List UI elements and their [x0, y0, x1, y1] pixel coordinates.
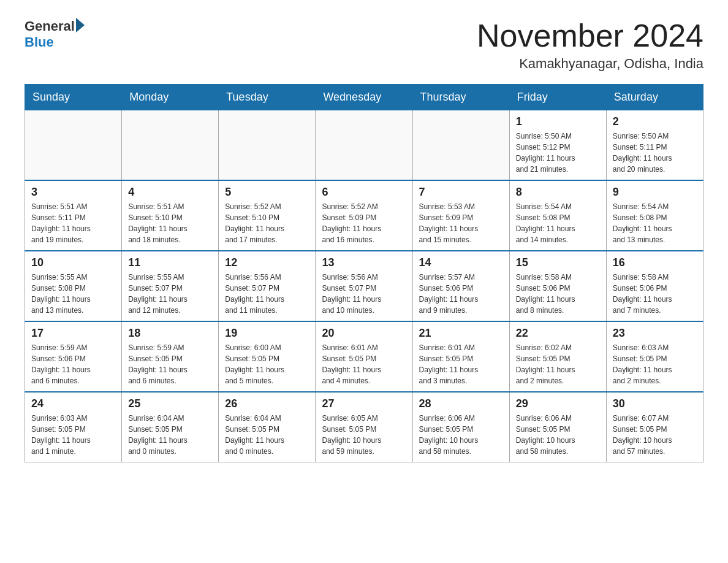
calendar-day-cell	[412, 110, 509, 181]
day-info: Sunrise: 5:57 AMSunset: 5:06 PMDaylight:…	[419, 272, 503, 316]
calendar-week-row: 17Sunrise: 5:59 AMSunset: 5:06 PMDayligh…	[25, 321, 703, 392]
day-info: Sunrise: 6:03 AMSunset: 5:05 PMDaylight:…	[613, 342, 697, 386]
day-header-wednesday: Wednesday	[316, 85, 412, 110]
day-info: Sunrise: 6:03 AMSunset: 5:05 PMDaylight:…	[31, 413, 115, 457]
day-number: 30	[613, 397, 697, 410]
day-info: Sunrise: 6:04 AMSunset: 5:05 PMDaylight:…	[225, 413, 309, 457]
calendar-day-cell: 22Sunrise: 6:02 AMSunset: 5:05 PMDayligh…	[509, 321, 606, 392]
day-number: 20	[322, 327, 406, 340]
calendar-day-cell: 10Sunrise: 5:55 AMSunset: 5:08 PMDayligh…	[25, 251, 122, 321]
calendar-day-cell: 11Sunrise: 5:55 AMSunset: 5:07 PMDayligh…	[122, 251, 219, 321]
calendar-week-row: 3Sunrise: 5:51 AMSunset: 5:11 PMDaylight…	[25, 180, 703, 251]
calendar-day-cell: 5Sunrise: 5:52 AMSunset: 5:10 PMDaylight…	[219, 180, 316, 251]
calendar-week-row: 24Sunrise: 6:03 AMSunset: 5:05 PMDayligh…	[25, 392, 703, 462]
calendar-day-cell: 20Sunrise: 6:01 AMSunset: 5:05 PMDayligh…	[316, 321, 412, 392]
day-number: 21	[419, 327, 503, 340]
day-info: Sunrise: 6:01 AMSunset: 5:05 PMDaylight:…	[419, 342, 503, 386]
day-info: Sunrise: 5:53 AMSunset: 5:09 PMDaylight:…	[419, 201, 503, 245]
day-info: Sunrise: 5:50 AMSunset: 5:12 PMDaylight:…	[516, 131, 600, 175]
day-info: Sunrise: 5:56 AMSunset: 5:07 PMDaylight:…	[225, 272, 309, 316]
day-number: 13	[322, 256, 406, 269]
logo-arrow-icon	[76, 18, 85, 33]
day-header-friday: Friday	[509, 85, 606, 110]
day-number: 27	[322, 397, 406, 410]
day-info: Sunrise: 6:04 AMSunset: 5:05 PMDaylight:…	[128, 413, 212, 457]
day-info: Sunrise: 5:51 AMSunset: 5:10 PMDaylight:…	[128, 201, 212, 245]
day-number: 3	[31, 186, 115, 199]
calendar-day-cell: 15Sunrise: 5:58 AMSunset: 5:06 PMDayligh…	[509, 251, 606, 321]
day-header-sunday: Sunday	[25, 85, 122, 110]
day-number: 17	[31, 327, 115, 340]
calendar-day-cell: 9Sunrise: 5:54 AMSunset: 5:08 PMDaylight…	[606, 180, 703, 251]
calendar-day-cell: 21Sunrise: 6:01 AMSunset: 5:05 PMDayligh…	[412, 321, 509, 392]
day-info: Sunrise: 6:06 AMSunset: 5:05 PMDaylight:…	[516, 413, 600, 457]
day-number: 18	[128, 327, 212, 340]
day-number: 29	[516, 397, 600, 410]
day-number: 7	[419, 186, 503, 199]
day-number: 10	[31, 256, 115, 269]
calendar-day-cell: 29Sunrise: 6:06 AMSunset: 5:05 PMDayligh…	[509, 392, 606, 462]
calendar-day-cell	[25, 110, 122, 181]
day-number: 1	[516, 115, 600, 128]
day-number: 4	[128, 186, 212, 199]
calendar-header-row: SundayMondayTuesdayWednesdayThursdayFrid…	[25, 85, 703, 110]
logo-blue: Blue	[25, 34, 54, 50]
day-info: Sunrise: 6:05 AMSunset: 5:05 PMDaylight:…	[322, 413, 406, 457]
day-info: Sunrise: 6:01 AMSunset: 5:05 PMDaylight:…	[322, 342, 406, 386]
day-info: Sunrise: 6:06 AMSunset: 5:05 PMDaylight:…	[419, 413, 503, 457]
day-info: Sunrise: 5:59 AMSunset: 5:06 PMDaylight:…	[31, 342, 115, 386]
day-info: Sunrise: 5:50 AMSunset: 5:11 PMDaylight:…	[613, 131, 697, 175]
logo: General Blue	[25, 18, 85, 51]
day-info: Sunrise: 5:54 AMSunset: 5:08 PMDaylight:…	[613, 201, 697, 245]
calendar-day-cell: 2Sunrise: 5:50 AMSunset: 5:11 PMDaylight…	[606, 110, 703, 181]
day-header-thursday: Thursday	[412, 85, 509, 110]
day-info: Sunrise: 6:07 AMSunset: 5:05 PMDaylight:…	[613, 413, 697, 457]
day-info: Sunrise: 5:52 AMSunset: 5:10 PMDaylight:…	[225, 201, 309, 245]
calendar-week-row: 1Sunrise: 5:50 AMSunset: 5:12 PMDaylight…	[25, 110, 703, 181]
day-number: 19	[225, 327, 309, 340]
day-number: 22	[516, 327, 600, 340]
day-number: 24	[31, 397, 115, 410]
day-info: Sunrise: 5:58 AMSunset: 5:06 PMDaylight:…	[613, 272, 697, 316]
day-info: Sunrise: 6:02 AMSunset: 5:05 PMDaylight:…	[516, 342, 600, 386]
day-number: 25	[128, 397, 212, 410]
calendar-day-cell	[316, 110, 412, 181]
day-info: Sunrise: 5:54 AMSunset: 5:08 PMDaylight:…	[516, 201, 600, 245]
calendar-day-cell: 8Sunrise: 5:54 AMSunset: 5:08 PMDaylight…	[509, 180, 606, 251]
day-header-tuesday: Tuesday	[219, 85, 316, 110]
calendar-day-cell: 30Sunrise: 6:07 AMSunset: 5:05 PMDayligh…	[606, 392, 703, 462]
calendar-day-cell: 14Sunrise: 5:57 AMSunset: 5:06 PMDayligh…	[412, 251, 509, 321]
day-number: 5	[225, 186, 309, 199]
page-header: General Blue November 2024 Kamakhyanagar…	[25, 18, 703, 72]
day-number: 8	[516, 186, 600, 199]
day-number: 16	[613, 256, 697, 269]
day-number: 9	[613, 186, 697, 199]
calendar-day-cell: 26Sunrise: 6:04 AMSunset: 5:05 PMDayligh…	[219, 392, 316, 462]
calendar-week-row: 10Sunrise: 5:55 AMSunset: 5:08 PMDayligh…	[25, 251, 703, 321]
calendar-table: SundayMondayTuesdayWednesdayThursdayFrid…	[25, 84, 703, 462]
day-info: Sunrise: 5:51 AMSunset: 5:11 PMDaylight:…	[31, 201, 115, 245]
calendar-day-cell: 19Sunrise: 6:00 AMSunset: 5:05 PMDayligh…	[219, 321, 316, 392]
day-info: Sunrise: 5:52 AMSunset: 5:09 PMDaylight:…	[322, 201, 406, 245]
main-title: November 2024	[477, 18, 703, 53]
day-number: 26	[225, 397, 309, 410]
calendar-day-cell: 16Sunrise: 5:58 AMSunset: 5:06 PMDayligh…	[606, 251, 703, 321]
day-number: 23	[613, 327, 697, 340]
calendar-day-cell	[122, 110, 219, 181]
calendar-day-cell: 3Sunrise: 5:51 AMSunset: 5:11 PMDaylight…	[25, 180, 122, 251]
calendar-day-cell: 23Sunrise: 6:03 AMSunset: 5:05 PMDayligh…	[606, 321, 703, 392]
day-number: 2	[613, 115, 697, 128]
day-info: Sunrise: 5:56 AMSunset: 5:07 PMDaylight:…	[322, 272, 406, 316]
calendar-day-cell: 28Sunrise: 6:06 AMSunset: 5:05 PMDayligh…	[412, 392, 509, 462]
calendar-day-cell: 24Sunrise: 6:03 AMSunset: 5:05 PMDayligh…	[25, 392, 122, 462]
calendar-day-cell: 12Sunrise: 5:56 AMSunset: 5:07 PMDayligh…	[219, 251, 316, 321]
day-info: Sunrise: 5:58 AMSunset: 5:06 PMDaylight:…	[516, 272, 600, 316]
calendar-day-cell: 25Sunrise: 6:04 AMSunset: 5:05 PMDayligh…	[122, 392, 219, 462]
calendar-day-cell: 27Sunrise: 6:05 AMSunset: 5:05 PMDayligh…	[316, 392, 412, 462]
day-info: Sunrise: 6:00 AMSunset: 5:05 PMDaylight:…	[225, 342, 309, 386]
calendar-day-cell: 7Sunrise: 5:53 AMSunset: 5:09 PMDaylight…	[412, 180, 509, 251]
calendar-day-cell: 4Sunrise: 5:51 AMSunset: 5:10 PMDaylight…	[122, 180, 219, 251]
calendar-day-cell: 18Sunrise: 5:59 AMSunset: 5:05 PMDayligh…	[122, 321, 219, 392]
day-header-monday: Monday	[122, 85, 219, 110]
day-number: 11	[128, 256, 212, 269]
